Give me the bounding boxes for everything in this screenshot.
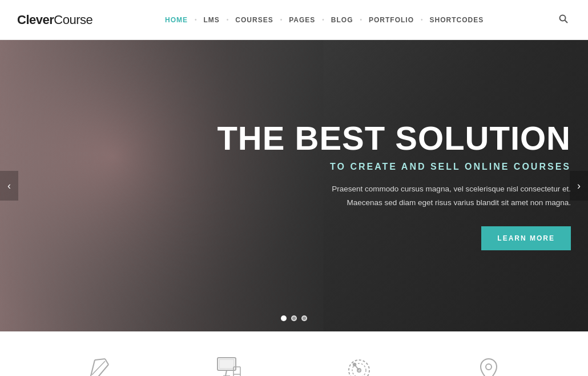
speed-gauge-icon: [344, 354, 374, 376]
nav-dot-6: •: [420, 17, 424, 23]
slider-dot-1[interactable]: [281, 315, 287, 321]
nav-dot-4: •: [321, 17, 325, 23]
svg-point-0: [560, 15, 566, 21]
hero-desc-line1: Praesent commodo cursus magna, vel scele…: [332, 185, 571, 193]
nav-home[interactable]: HOME: [159, 16, 194, 24]
icon-item-computer: [164, 354, 295, 376]
svg-line-6: [96, 365, 108, 376]
svg-point-19: [353, 363, 356, 366]
slider-dot-2[interactable]: [291, 315, 297, 321]
header: CleverCourse HOME • LMS • COURSES • PAGE…: [0, 0, 588, 40]
hero-content: THE BEST SOLUTION TO CREATE AND SELL ONL…: [206, 40, 589, 331]
slider-next-button[interactable]: ›: [570, 171, 588, 201]
nav-pages[interactable]: PAGES: [283, 16, 321, 24]
svg-line-4: [95, 359, 105, 360]
slider-prev-button[interactable]: ‹: [0, 171, 18, 201]
logo-bold: Clever: [17, 13, 54, 27]
nav-lms[interactable]: LMS: [198, 16, 225, 24]
logo: CleverCourse: [17, 13, 92, 27]
logo-normal: Course: [54, 13, 92, 27]
nav-courses[interactable]: COURSES: [229, 16, 279, 24]
hero-desc-line2: Maecenas sed diam eget risus varius blan…: [347, 198, 571, 207]
hero-subtitle: TO CREATE AND SELL ONLINE COURSES: [330, 162, 571, 172]
svg-line-3: [90, 360, 95, 376]
location-pin-icon: [474, 354, 504, 376]
svg-point-20: [486, 364, 492, 370]
icon-item-speed: [294, 354, 424, 376]
svg-rect-10: [219, 359, 234, 369]
hero-section: ‹ THE BEST SOLUTION TO CREATE AND SELL O…: [0, 40, 588, 331]
search-icon: [559, 14, 568, 23]
slider-dots: [281, 315, 307, 321]
slider-dot-3[interactable]: [301, 315, 307, 321]
hero-description: Praesent commodo cursus magna, vel scele…: [332, 182, 571, 210]
icon-item-location: [424, 354, 554, 376]
svg-line-5: [105, 359, 108, 365]
main-nav: HOME • LMS • COURSES • PAGES • BLOG • PO…: [159, 16, 489, 24]
nav-dot-2: •: [225, 17, 230, 23]
hero-cta-button[interactable]: LEARN MORE: [481, 226, 571, 250]
svg-line-11: [225, 370, 227, 376]
svg-line-1: [565, 20, 568, 23]
nav-blog[interactable]: BLOG: [325, 16, 359, 24]
nav-dot-5: •: [359, 17, 364, 23]
nav-dot-1: •: [194, 17, 198, 23]
edit-pencil-icon: [84, 354, 114, 376]
search-button[interactable]: [556, 11, 571, 29]
nav-portfolio[interactable]: PORTFOLIO: [363, 16, 420, 24]
computer-monitor-icon: [214, 354, 244, 376]
nav-shortcodes[interactable]: SHORTCODES: [424, 16, 490, 24]
icon-item-edit: [34, 354, 164, 376]
icons-section: [0, 331, 588, 376]
hero-title: THE BEST SOLUTION: [217, 121, 571, 156]
nav-dot-3: •: [279, 17, 284, 23]
